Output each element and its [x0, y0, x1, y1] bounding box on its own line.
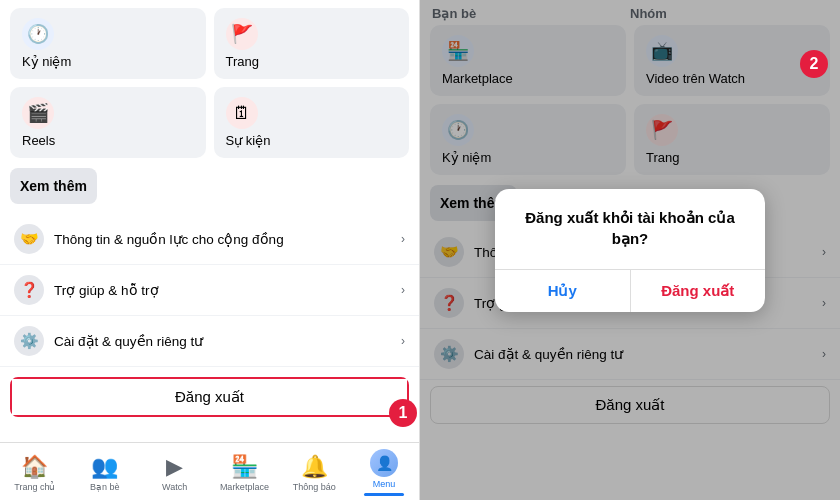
watch-nav-label: Watch: [162, 482, 187, 492]
left-menu-section: 🤝 Thông tin & nguồn lực cho cộng đồng › …: [0, 210, 419, 371]
chevron-settings: ›: [401, 334, 405, 348]
nav-item-notifications[interactable]: 🔔 Thông báo: [279, 454, 349, 492]
help-icon: ❓: [14, 275, 44, 305]
settings-label: Cài đặt & quyền riêng tư: [54, 333, 391, 349]
friends-nav-icon: 👥: [91, 454, 118, 480]
grid-item-events[interactable]: 🗓 Sự kiện: [214, 87, 410, 158]
menu-nav-label: Menu: [373, 479, 396, 489]
dialog-buttons: Hủy Đăng xuất: [495, 269, 765, 312]
community-label: Thông tin & nguồn lực cho cộng đồng: [54, 231, 391, 247]
dialog-box: Đăng xuất khỏi tài khoản của bạn? Hủy Đă…: [495, 189, 765, 312]
nav-item-friends[interactable]: 👥 Bạn bè: [70, 454, 140, 492]
nav-item-home[interactable]: 🏠 Trang chủ: [0, 454, 70, 492]
notifications-nav-icon: 🔔: [301, 454, 328, 480]
dialog-confirm-button[interactable]: Đăng xuất: [631, 270, 766, 312]
chevron-help: ›: [401, 283, 405, 297]
reels-label: Reels: [22, 133, 194, 148]
step2-badge: 2: [800, 50, 828, 78]
grid-item-reels[interactable]: 🎬 Reels: [10, 87, 206, 158]
left-panel: 🕐 Kỷ niệm 🚩 Trang 🎬 Reels 🗓 Sự kiện Xem …: [0, 0, 420, 500]
avatar-icon: 👤: [370, 449, 398, 477]
grid-item-page[interactable]: 🚩 Trang: [214, 8, 410, 79]
events-icon: 🗓: [226, 97, 258, 129]
menu-item-settings[interactable]: ⚙️ Cài đặt & quyền riêng tư ›: [0, 316, 419, 367]
help-label: Trợ giúp & hỗ trợ: [54, 282, 391, 298]
events-label: Sự kiện: [226, 133, 398, 148]
anniversary-label: Kỷ niệm: [22, 54, 194, 69]
anniversary-icon: 🕐: [22, 18, 54, 50]
logout-area: Đăng xuất 1: [10, 377, 409, 417]
community-icon: 🤝: [14, 224, 44, 254]
nav-item-menu[interactable]: 👤 Menu: [349, 449, 419, 496]
menu-item-community[interactable]: 🤝 Thông tin & nguồn lực cho cộng đồng ›: [0, 214, 419, 265]
dialog-overlay: Đăng xuất khỏi tài khoản của bạn? Hủy Đă…: [420, 0, 840, 500]
left-grid: 🕐 Kỷ niệm 🚩 Trang 🎬 Reels 🗓 Sự kiện: [0, 0, 419, 162]
marketplace-nav-label: Marketplace: [220, 482, 269, 492]
right-panel: Bạn bè Nhóm 🏪 Marketplace 📺 Video trên W…: [420, 0, 840, 500]
nav-item-watch[interactable]: ▶ Watch: [140, 454, 210, 492]
step1-badge: 1: [389, 399, 417, 427]
dialog-title: Đăng xuất khỏi tài khoản của bạn?: [515, 207, 745, 249]
nav-item-marketplace[interactable]: 🏪 Marketplace: [209, 454, 279, 492]
grid-item-anniversary[interactable]: 🕐 Kỷ niệm: [10, 8, 206, 79]
notifications-nav-label: Thông báo: [293, 482, 336, 492]
settings-icon: ⚙️: [14, 326, 44, 356]
menu-item-help[interactable]: ❓ Trợ giúp & hỗ trợ ›: [0, 265, 419, 316]
bottom-nav: 🏠 Trang chủ 👥 Bạn bè ▶ Watch 🏪 Marketpla…: [0, 442, 419, 500]
home-nav-label: Trang chủ: [14, 482, 55, 492]
marketplace-nav-icon: 🏪: [231, 454, 258, 480]
dialog-cancel-button[interactable]: Hủy: [495, 270, 631, 312]
watch-nav-icon: ▶: [166, 454, 183, 480]
logout-button[interactable]: Đăng xuất: [12, 379, 407, 415]
page-icon: 🚩: [226, 18, 258, 50]
chevron-community: ›: [401, 232, 405, 246]
reels-icon: 🎬: [22, 97, 54, 129]
home-nav-icon: 🏠: [21, 454, 48, 480]
page-label: Trang: [226, 54, 398, 69]
active-underline: [364, 493, 404, 496]
friends-nav-label: Bạn bè: [90, 482, 120, 492]
see-more-button[interactable]: Xem thêm: [10, 168, 97, 204]
